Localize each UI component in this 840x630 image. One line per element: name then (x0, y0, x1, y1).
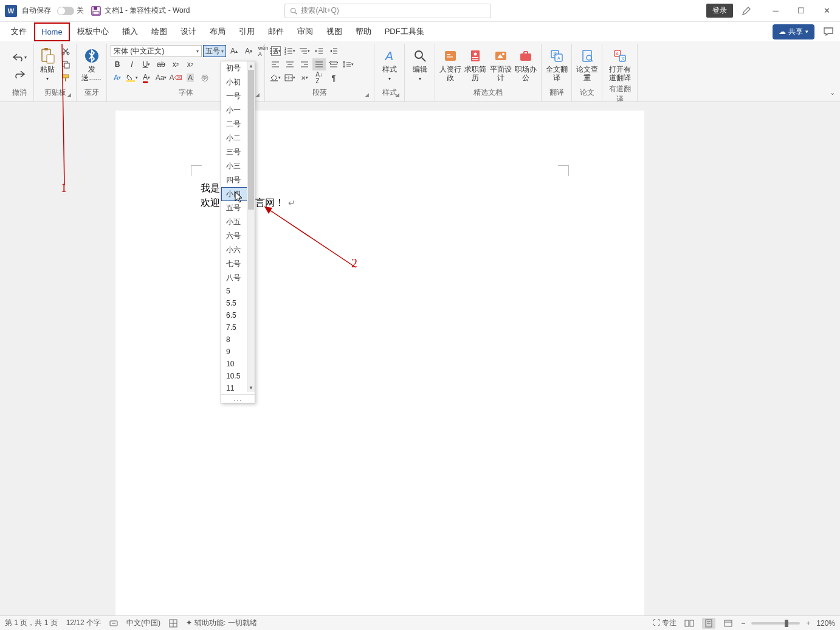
tab-mailings[interactable]: 邮件 (262, 22, 290, 41)
web-layout-button[interactable] (721, 618, 735, 629)
word-count[interactable]: 12/12 个字 (66, 618, 101, 628)
scroll-down-icon[interactable]: ▼ (247, 383, 255, 392)
tab-references[interactable]: 引用 (233, 22, 261, 41)
comments-icon[interactable] (822, 25, 835, 38)
display-settings-icon[interactable] (169, 619, 177, 628)
tab-file[interactable]: 文件 (5, 22, 33, 41)
font-size-dropdown[interactable]: 初号小初一号小一二号小二三号小三四号小四五号小五六号小六七号八号55.56.57… (221, 61, 255, 403)
text-effects-button[interactable]: A▾ (111, 72, 124, 84)
zoom-slider[interactable] (751, 622, 800, 625)
scroll-thumb[interactable] (248, 70, 254, 210)
font-name-combo[interactable]: 宋体 (中文正文) ▾ (111, 45, 202, 57)
search-box[interactable]: 搜索(Alt+Q) (284, 4, 491, 18)
sort-button[interactable]: A↓Z (312, 72, 326, 84)
highlight-button[interactable]: ▾ (125, 72, 139, 84)
tab-help[interactable]: 帮助 (349, 22, 377, 41)
document-area[interactable]: 我是 欢迎言网！↵ (0, 102, 840, 615)
resume-button[interactable]: 求职简历 (464, 45, 487, 83)
tab-template[interactable]: 模板中心 (71, 22, 115, 41)
share-button[interactable]: ☁ 共享 ▾ (773, 24, 814, 39)
borders-button[interactable]: ▾ (283, 72, 297, 84)
styles-button[interactable]: A 样式▾ (378, 45, 401, 83)
dropdown-scrollbar[interactable]: ▲ ▼ (247, 61, 255, 392)
enclose-characters-button[interactable]: ㊫ (198, 72, 212, 84)
dropdown-resize-handle[interactable]: ... (221, 394, 255, 403)
grow-font-button[interactable]: A▴ (227, 45, 241, 57)
align-center-button[interactable] (283, 58, 297, 70)
tab-insert[interactable]: 插入 (116, 22, 144, 41)
tab-review[interactable]: 审阅 (291, 22, 319, 41)
tab-design[interactable]: 设计 (174, 22, 202, 41)
shading-button[interactable]: ▾ (269, 72, 282, 84)
tab-view[interactable]: 视图 (320, 22, 348, 41)
workplace-button[interactable]: 职场办公 (515, 45, 538, 83)
group-paragraph: ▾ 123▾ ▾ ▾ (265, 44, 374, 101)
hr-admin-button[interactable]: 人资行政 (439, 45, 462, 83)
font-size-combo[interactable]: 五号 ▾ (203, 45, 226, 57)
svg-rect-67 (472, 59, 478, 60)
close-button[interactable]: ✕ (818, 6, 835, 15)
distribute-button[interactable] (327, 58, 340, 70)
justify-button[interactable] (312, 58, 326, 70)
tab-pdf[interactable]: PDF工具集 (379, 22, 430, 41)
scroll-up-icon[interactable]: ▲ (247, 61, 255, 70)
svg-point-65 (474, 53, 477, 56)
font-color-button[interactable]: A▾ (140, 72, 153, 84)
line-spacing-button[interactable]: ▾ (342, 58, 355, 70)
read-mode-button[interactable] (683, 618, 696, 629)
character-shading-button[interactable]: A (184, 72, 197, 84)
bold-button[interactable]: B (111, 58, 124, 70)
bluetooth-send-button[interactable]: 发送...... (80, 45, 103, 83)
zoom-level[interactable]: 120% (816, 619, 835, 628)
editing-button[interactable]: 编辑▾ (408, 45, 431, 83)
tab-home[interactable]: Home (34, 22, 70, 41)
print-layout-button[interactable] (702, 618, 715, 629)
svg-rect-15 (126, 80, 135, 82)
superscript-button[interactable]: x2 (184, 58, 197, 70)
undo-button[interactable]: ▾ (10, 51, 29, 63)
styles-dialog-launcher[interactable]: ◢ (395, 92, 399, 98)
fulltext-translate-button[interactable]: 文A全文翻译 (545, 45, 568, 83)
zoom-in-button[interactable]: + (806, 619, 810, 628)
pen-icon[interactable] (742, 6, 759, 16)
zoom-out-button[interactable]: − (741, 619, 745, 628)
paragraph-dialog-launcher[interactable]: ◢ (365, 92, 369, 98)
font-dialog-launcher[interactable]: ◢ (255, 92, 260, 98)
bullets-button[interactable]: ▾ (269, 45, 282, 57)
accessibility-status[interactable]: ✦辅助功能: 一切就绪 (186, 618, 257, 628)
tab-drawing[interactable]: 绘图 (145, 22, 173, 41)
asian-layout-button[interactable]: ✕▾ (298, 72, 311, 84)
change-case-button[interactable]: Aa▾ (154, 72, 168, 84)
autosave-toggle[interactable] (57, 7, 74, 15)
text-predictions-icon[interactable] (109, 619, 118, 628)
show-marks-button[interactable]: ¶ (327, 72, 340, 84)
align-left-button[interactable] (269, 58, 282, 70)
login-button[interactable]: 登录 (706, 4, 733, 18)
document-page[interactable]: 我是 欢迎言网！↵ (115, 111, 644, 615)
strikethrough-button[interactable]: ab (154, 58, 168, 70)
ribbon-collapse-icon[interactable]: ⌄ (830, 89, 835, 97)
shrink-font-button[interactable]: A▾ (242, 45, 255, 57)
open-youdao-button[interactable]: A文打开有道翻译 (606, 45, 633, 83)
multilevel-list-button[interactable]: ▾ (298, 45, 311, 57)
focus-mode-button[interactable]: ⛶ 专注 (653, 618, 676, 628)
language-status[interactable]: 中文(中国) (126, 618, 160, 628)
redo-button[interactable] (10, 68, 29, 80)
minimize-button[interactable]: ─ (767, 6, 784, 15)
page-info[interactable]: 第 1 页，共 1 页 (5, 618, 58, 628)
decrease-indent-button[interactable] (312, 45, 326, 57)
align-right-button[interactable] (298, 58, 311, 70)
italic-button[interactable]: I (125, 58, 139, 70)
svg-point-3 (291, 8, 296, 13)
maximize-button[interactable]: ☐ (793, 6, 810, 15)
thesis-check-button[interactable]: 论文查重 (576, 45, 598, 83)
clear-formatting-button[interactable]: A⌫ (169, 72, 182, 84)
save-icon[interactable] (91, 6, 101, 16)
subscript-button[interactable]: x2 (169, 58, 182, 70)
increase-indent-button[interactable] (327, 45, 340, 57)
graphic-design-button[interactable]: 平面设计 (489, 45, 512, 83)
numbering-button[interactable]: 123▾ (283, 45, 297, 57)
zoom-slider-thumb[interactable] (785, 620, 788, 627)
underline-button[interactable]: U▾ (140, 58, 153, 70)
tab-layout[interactable]: 布局 (204, 22, 232, 41)
